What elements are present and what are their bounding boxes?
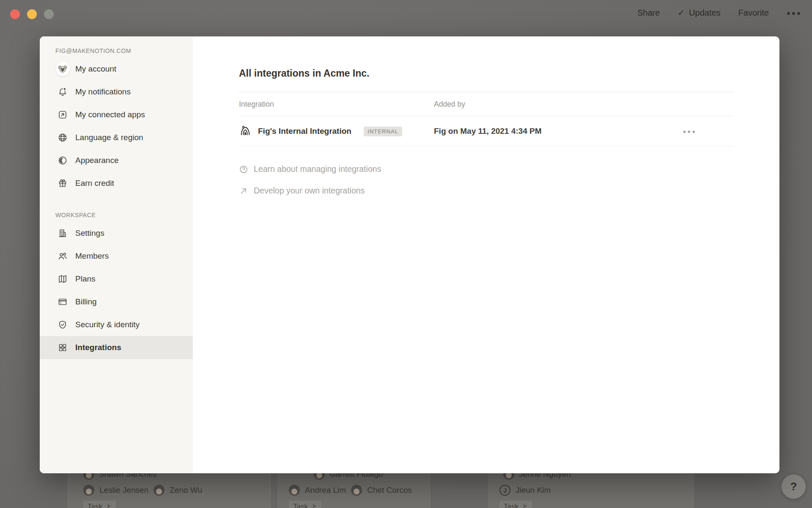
avatar [351,485,362,496]
settings-modal: FIG@MAKENOTION.COM My a [40,36,779,473]
sidebar-item-security-identity[interactable]: Security & identity [40,313,193,336]
building-icon [55,228,70,238]
account-email-heading: FIG@MAKENOTION.COM [55,47,193,54]
updates-button[interactable]: ✓ Updates [678,8,720,18]
minimize-window-button[interactable] [27,9,37,19]
sidebar-item-my-account[interactable]: My account [40,58,193,80]
close-window-button[interactable] [10,9,20,19]
table-header: Integration Added by [239,92,734,116]
sidebar-item-members[interactable]: Members [40,245,193,268]
link-label: Develop your own integrations [254,186,365,196]
sidebar-item-label: Billing [75,297,97,306]
integrations-table: Integration Added by Fig's Internal Inte… [239,92,734,146]
person-name: Chet Corcos [367,486,412,495]
map-icon [55,274,70,284]
sidebar-item-label: Security & identity [75,320,140,329]
grid-icon [55,342,70,353]
avatar [289,485,300,496]
link-label: Learn about managing integrations [254,164,381,174]
person-name: Leslie Jensen [99,486,148,495]
page-title: All integrations in Acme Inc. [239,68,779,79]
sidebar-item-my-connected-apps[interactable]: My connected apps [40,103,193,126]
sidebar-item-label: Language & region [75,133,143,142]
gift-icon [55,178,70,188]
sidebar-item-label: Settings [75,229,104,238]
board-members: Andrea Lim Chet Corcos [289,485,412,496]
settings-sidebar: FIG@MAKENOTION.COM My a [40,36,193,473]
task-tag: Task [289,501,321,508]
column-header-integration: Integration [239,100,434,109]
learn-managing-integrations-link[interactable]: Learn about managing integrations [239,158,779,180]
arrow-up-right-icon [239,186,248,196]
sidebar-item-label: Members [75,251,109,261]
integrations-panel: All integrations in Acme Inc. Integratio… [193,36,779,473]
sidebar-item-earn-credit[interactable]: Earn credit [40,172,193,195]
koala-avatar-icon [55,62,70,76]
traffic-lights [10,9,54,19]
sidebar-item-language-region[interactable]: Language & region [40,126,193,149]
sidebar-item-my-notifications[interactable]: My notifications [40,80,193,103]
help-circle-icon [239,165,248,174]
sidebar-item-label: My notifications [75,87,131,97]
person-name: Zeno Wu [170,486,202,495]
board-members: J Jieun Kim [499,485,551,496]
avatar [83,485,94,496]
favorite-button[interactable]: Favorite [738,8,769,18]
zoom-window-button[interactable] [44,9,54,19]
sidebar-item-label: My connected apps [75,110,145,119]
globe-icon [55,133,70,143]
internal-badge: INTERNAL [364,127,402,136]
row-more-options-icon[interactable]: ●●● [683,128,697,135]
person-name: Andrea Lim [305,486,346,495]
arrow-box-icon [55,110,70,120]
avatar [154,485,165,496]
board-members: Leslie Jensen Zeno Wu [83,485,202,496]
hammer-icon [521,504,528,508]
hammer-icon [105,504,112,508]
task-tag: Task [499,501,532,508]
window-titlebar: Share ✓ Updates Favorite ●●● [0,0,812,36]
sidebar-item-plans[interactable]: Plans [40,268,193,290]
more-options-icon[interactable]: ●●● [787,9,802,17]
integration-name: Fig's Internal Integration [258,127,351,136]
check-icon: ✓ [678,8,685,18]
column-header-added-by: Added by [434,100,465,109]
sidebar-item-settings[interactable]: Settings [40,222,193,245]
sidebar-item-appearance[interactable]: Appearance [40,149,193,172]
board-card: Garrett Fidalgo Andrea Lim Chet Corcos T… [278,467,430,508]
workspace-heading: WORKSPACE [55,212,193,218]
shield-check-icon [55,320,70,330]
board-card: Shawn Sanchez Leslie Jensen Zeno Wu Task [68,467,271,508]
people-icon [55,251,70,261]
sidebar-item-label: My account [75,64,116,74]
task-tag: Task [83,501,116,508]
share-button[interactable]: Share [637,8,660,18]
sidebar-item-label: Earn credit [75,179,114,188]
credit-card-icon [55,297,70,307]
moon-icon [55,155,70,166]
added-by-value: Fig on May 11, 2021 4:34 PM [434,127,542,136]
sidebar-item-label: Integrations [75,343,121,352]
sidebar-item-label: Appearance [75,156,118,165]
help-button[interactable]: ? [782,475,806,499]
avatar-letter-j: J [499,485,510,496]
sidebar-item-billing[interactable]: Billing [40,290,193,313]
person-name: Jieun Kim [516,486,551,495]
fig-integration-logo-icon [239,124,252,138]
develop-your-own-integrations-link[interactable]: Develop your own integrations [239,180,779,202]
bell-icon [55,87,70,97]
sidebar-item-label: Plans [75,274,96,284]
board-card: Jenne Nguyen J Jieun Kim Task [488,467,694,508]
sidebar-item-integrations[interactable]: Integrations [40,336,193,359]
hammer-icon [311,504,317,508]
table-row[interactable]: Fig's Internal Integration INTERNAL Fig … [239,116,734,146]
